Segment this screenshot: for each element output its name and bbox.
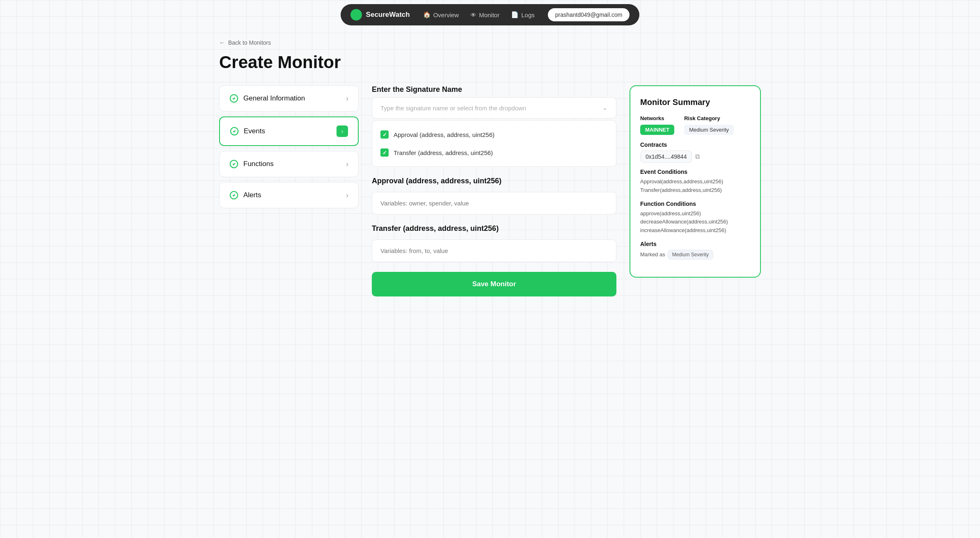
page-title: Create Monitor xyxy=(219,52,761,72)
risk-badge: Medium Severity xyxy=(684,125,734,135)
risk-category-label: Risk Category xyxy=(684,115,734,121)
signature-dropdown-menu: Approval (address, address, uint256) Tra… xyxy=(372,120,616,167)
sidebar-item-events[interactable]: Events › xyxy=(219,116,359,146)
file-icon: 📄 xyxy=(511,11,519,18)
chevron-right-functions-icon: › xyxy=(346,160,348,169)
contract-row: 0x1d54....49844 ⧉ xyxy=(640,150,750,163)
navbar: SecureWatch 🏠 Overview 👁 Monitor 📄 Logs … xyxy=(0,0,980,30)
signature-placeholder: Type the signature name or select from t… xyxy=(380,105,526,112)
event2-section: Transfer (address, address, uint256) xyxy=(372,224,616,262)
signature-dropdown-container: Enter the Signature Name Type the signat… xyxy=(372,85,616,167)
summary-event-conditions-section: Event Conditions Approval(address,addres… xyxy=(640,169,750,195)
user-email: prashantd049@gmail.com xyxy=(548,8,630,21)
eye-icon: 👁 xyxy=(470,11,476,18)
copy-icon[interactable]: ⧉ xyxy=(695,153,700,160)
save-monitor-button[interactable]: Save Monitor xyxy=(372,272,616,296)
logo[interactable]: SecureWatch xyxy=(350,9,410,21)
summary-risk-col: Risk Category Medium Severity xyxy=(684,115,734,135)
event1-section: Approval (address, address, uint256) xyxy=(372,177,616,214)
summary-alerts-section: Alerts Marked as Medium Severity xyxy=(640,241,750,260)
sidebar-item-functions[interactable]: Functions › xyxy=(219,151,359,177)
main-container: ← Back to Monitors Create Monitor Genera… xyxy=(203,30,777,306)
alerts-severity-badge: Medium Severity xyxy=(668,250,713,260)
signature-dropdown-trigger[interactable]: Type the signature name or select from t… xyxy=(372,97,616,119)
summary-networks-col: Networks MAINNET xyxy=(640,115,674,135)
signature-section-label: Enter the Signature Name xyxy=(372,85,616,94)
form-area: Enter the Signature Name Type the signat… xyxy=(372,85,616,296)
content-layout: General Information › Events › xyxy=(219,85,761,296)
nav-links: 🏠 Overview 👁 Monitor 📄 Logs xyxy=(423,11,535,18)
sidebar: General Information › Events › xyxy=(219,85,359,208)
event-conditions-label: Event Conditions xyxy=(640,169,750,175)
event1-input[interactable] xyxy=(372,192,616,214)
alerts-section-label: Alerts xyxy=(640,241,750,247)
event2-label: Transfer (address, address, uint256) xyxy=(372,224,616,233)
contracts-label: Contracts xyxy=(640,141,750,148)
network-badge: MAINNET xyxy=(640,125,674,135)
function-conditions-text: approve(address,uint256) decreaseAllowan… xyxy=(640,210,750,235)
function-conditions-label: Function Conditions xyxy=(640,201,750,207)
alerts-prefix: Marked as xyxy=(640,251,665,259)
nav-monitor[interactable]: 👁 Monitor xyxy=(470,11,499,18)
chevron-down-icon: ⌄ xyxy=(602,104,608,112)
sidebar-item-alerts[interactable]: Alerts › xyxy=(219,182,359,208)
event-conditions-text: Approval(address,address,uint256) Transf… xyxy=(640,178,750,195)
logo-icon xyxy=(350,9,362,21)
home-icon: 🏠 xyxy=(423,11,431,18)
contract-address: 0x1d54....49844 xyxy=(640,150,692,163)
event1-label: Approval (address, address, uint256) xyxy=(372,177,616,185)
checkbox-transfer[interactable] xyxy=(380,148,389,157)
monitor-summary-panel: Monitor Summary Networks MAINNET Risk Ca… xyxy=(630,85,761,278)
check-icon-events xyxy=(230,127,239,136)
arrow-left-icon: ← xyxy=(219,39,225,46)
summary-contracts-section: Contracts 0x1d54....49844 ⧉ xyxy=(640,141,750,163)
summary-title: Monitor Summary xyxy=(640,98,750,107)
networks-label: Networks xyxy=(640,115,674,121)
logo-text: SecureWatch xyxy=(366,11,410,19)
check-icon-alerts xyxy=(229,191,238,200)
back-link[interactable]: ← Back to Monitors xyxy=(219,39,761,46)
dropdown-item-transfer[interactable]: Transfer (address, address, uint256) xyxy=(372,144,616,162)
chevron-right-icon: › xyxy=(346,94,348,103)
event2-input[interactable] xyxy=(372,239,616,262)
nav-logs[interactable]: 📄 Logs xyxy=(511,11,535,18)
checkbox-approval[interactable] xyxy=(380,130,389,139)
alerts-row: Marked as Medium Severity xyxy=(640,250,750,260)
dropdown-item-approval[interactable]: Approval (address, address, uint256) xyxy=(372,125,616,144)
check-icon-functions xyxy=(229,160,238,169)
summary-networks-row: Networks MAINNET Risk Category Medium Se… xyxy=(640,115,750,135)
chevron-right-active-icon: › xyxy=(337,125,348,137)
check-icon xyxy=(229,94,238,103)
sidebar-item-general-information[interactable]: General Information › xyxy=(219,85,359,112)
summary-function-conditions-section: Function Conditions approve(address,uint… xyxy=(640,201,750,235)
chevron-right-alerts-icon: › xyxy=(346,191,348,200)
nav-overview[interactable]: 🏠 Overview xyxy=(423,11,459,18)
